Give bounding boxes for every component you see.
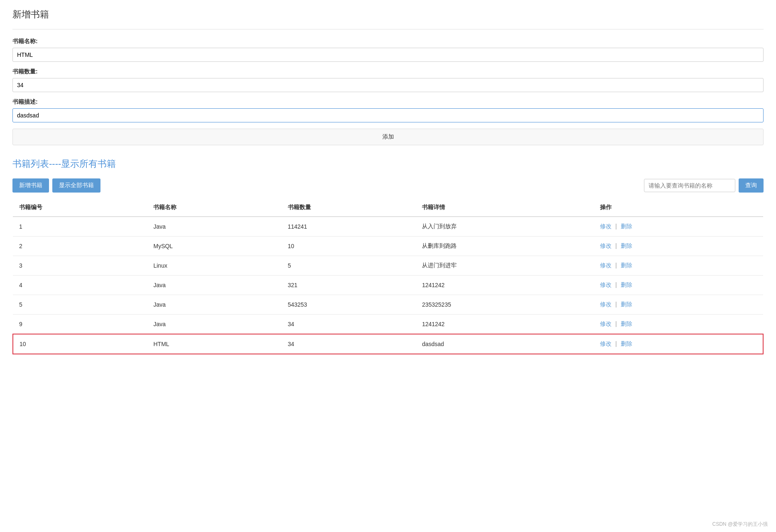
toolbar-left: 新增书籍 显示全部书籍 <box>12 178 100 193</box>
cell-name: Java <box>147 276 281 295</box>
cell-id: 5 <box>13 295 147 315</box>
cell-name: Java <box>147 315 281 334</box>
table-row: 1Java114241从入门到放弃修改 | 删除 <box>13 217 763 237</box>
header-detail: 书籍详情 <box>416 199 594 217</box>
table-row: 5Java543253235325235修改 | 删除 <box>13 295 763 315</box>
cell-quantity: 543253 <box>282 295 416 315</box>
cell-quantity: 34 <box>282 315 416 334</box>
book-name-input[interactable] <box>12 48 764 62</box>
delete-link[interactable]: 删除 <box>621 223 632 229</box>
delete-link[interactable]: 删除 <box>621 301 632 307</box>
action-separator: | <box>614 281 618 288</box>
cell-actions: 修改 | 删除 <box>594 276 763 295</box>
action-separator: | <box>614 242 618 249</box>
cell-detail: 从删库到跑路 <box>416 237 594 256</box>
list-toolbar: 新增书籍 显示全部书籍 查询 <box>12 178 764 193</box>
table-row: 2MySQL10从删库到跑路修改 | 删除 <box>13 237 763 256</box>
cell-id: 1 <box>13 217 147 237</box>
edit-link[interactable]: 修改 <box>600 242 612 249</box>
cell-name: Java <box>147 217 281 237</box>
book-quantity-input[interactable] <box>12 78 764 92</box>
edit-link[interactable]: 修改 <box>600 340 612 347</box>
cell-detail: 235325235 <box>416 295 594 315</box>
action-separator: | <box>614 301 618 307</box>
add-book-toolbar-button[interactable]: 新增书籍 <box>12 178 49 193</box>
toolbar-right: 查询 <box>644 178 764 193</box>
book-name-label: 书籍名称: <box>12 38 764 45</box>
add-book-form: 书籍名称: 书籍数量: 书籍描述: 添加 <box>12 29 764 145</box>
edit-link[interactable]: 修改 <box>600 281 612 288</box>
cell-quantity: 5 <box>282 256 416 276</box>
book-name-group: 书籍名称: <box>12 38 764 62</box>
cell-detail: 1241242 <box>416 276 594 295</box>
cell-detail: 从进门到进牢 <box>416 256 594 276</box>
edit-link[interactable]: 修改 <box>600 320 612 327</box>
book-quantity-group: 书籍数量: <box>12 68 764 92</box>
cell-quantity: 321 <box>282 276 416 295</box>
delete-link[interactable]: 删除 <box>621 340 632 347</box>
cell-name: Java <box>147 295 281 315</box>
query-button[interactable]: 查询 <box>739 178 764 193</box>
action-separator: | <box>614 320 618 327</box>
cell-quantity: 34 <box>282 334 416 354</box>
table-header-row: 书籍编号 书籍名称 书籍数量 书籍详情 操作 <box>13 199 763 217</box>
delete-link[interactable]: 删除 <box>621 242 632 249</box>
edit-link[interactable]: 修改 <box>600 301 612 307</box>
action-separator: | <box>614 223 618 229</box>
cell-actions: 修改 | 删除 <box>594 315 763 334</box>
book-description-group: 书籍描述: <box>12 98 764 122</box>
cell-actions: 修改 | 删除 <box>594 237 763 256</box>
cell-actions: 修改 | 删除 <box>594 217 763 237</box>
cell-id: 3 <box>13 256 147 276</box>
delete-link[interactable]: 删除 <box>621 262 632 268</box>
cell-name: MySQL <box>147 237 281 256</box>
table-row: 10HTML34dasdsad修改 | 删除 <box>13 334 763 354</box>
show-all-button[interactable]: 显示全部书籍 <box>52 178 100 193</box>
table-row: 9Java341241242修改 | 删除 <box>13 315 763 334</box>
action-separator: | <box>614 340 618 347</box>
delete-link[interactable]: 删除 <box>621 320 632 327</box>
header-id: 书籍编号 <box>13 199 147 217</box>
header-quantity: 书籍数量 <box>282 199 416 217</box>
cell-actions: 修改 | 删除 <box>594 295 763 315</box>
book-description-input[interactable] <box>12 108 764 122</box>
cell-detail: dasdsad <box>416 334 594 354</box>
add-section-title: 新增书籍 <box>12 8 764 21</box>
cell-quantity: 10 <box>282 237 416 256</box>
search-input[interactable] <box>644 179 735 192</box>
book-list-section: 书籍列表----显示所有书籍 新增书籍 显示全部书籍 查询 书籍编号 书籍名称 … <box>12 158 764 354</box>
header-name: 书籍名称 <box>147 199 281 217</box>
edit-link[interactable]: 修改 <box>600 262 612 268</box>
cell-detail: 从入门到放弃 <box>416 217 594 237</box>
books-table: 书籍编号 书籍名称 书籍数量 书籍详情 操作 1Java114241从入门到放弃… <box>12 199 764 354</box>
edit-link[interactable]: 修改 <box>600 223 612 229</box>
cell-quantity: 114241 <box>282 217 416 237</box>
book-quantity-label: 书籍数量: <box>12 68 764 76</box>
table-row: 3Linux5从进门到进牢修改 | 删除 <box>13 256 763 276</box>
book-description-label: 书籍描述: <box>12 98 764 106</box>
table-row: 4Java3211241242修改 | 删除 <box>13 276 763 295</box>
list-section-title: 书籍列表----显示所有书籍 <box>12 158 764 170</box>
cell-actions: 修改 | 删除 <box>594 334 763 354</box>
delete-link[interactable]: 删除 <box>621 281 632 288</box>
cell-id: 4 <box>13 276 147 295</box>
cell-id: 10 <box>13 334 147 354</box>
cell-id: 2 <box>13 237 147 256</box>
cell-name: HTML <box>147 334 281 354</box>
cell-detail: 1241242 <box>416 315 594 334</box>
action-separator: | <box>614 262 618 268</box>
cell-id: 9 <box>13 315 147 334</box>
cell-name: Linux <box>147 256 281 276</box>
header-actions: 操作 <box>594 199 763 217</box>
add-button[interactable]: 添加 <box>12 129 764 145</box>
cell-actions: 修改 | 删除 <box>594 256 763 276</box>
